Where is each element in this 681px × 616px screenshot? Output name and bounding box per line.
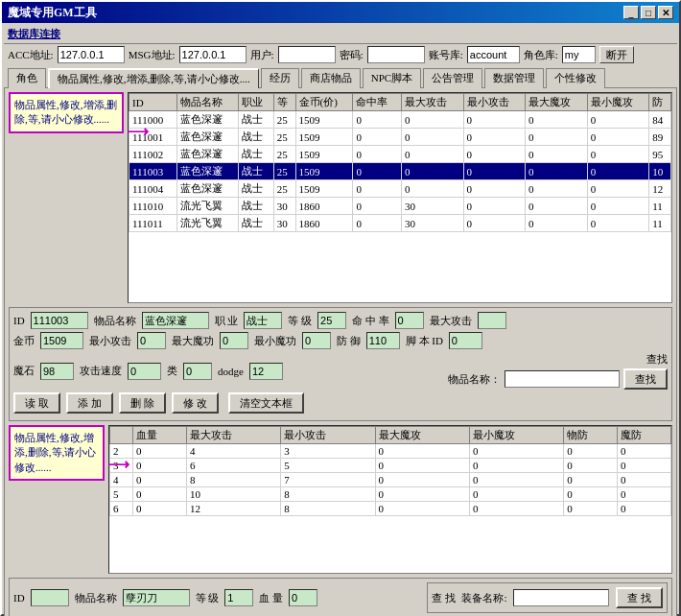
read-button-upper[interactable]: 读 取	[13, 392, 60, 414]
magic-stone-label: 魔石	[13, 364, 35, 378]
role-input[interactable]	[562, 46, 596, 63]
col-min-atk: 最小攻击	[463, 94, 526, 111]
acc-input[interactable]	[58, 46, 125, 63]
table-row[interactable]: 501080000	[110, 487, 671, 502]
atk-speed-label: 攻击速度	[80, 364, 122, 378]
gold-field[interactable]	[40, 332, 83, 349]
account-label: 账号库:	[429, 48, 463, 62]
table-row[interactable]: 20430000	[110, 444, 671, 459]
lf-equip-name-input[interactable]	[513, 589, 609, 606]
close-button[interactable]: ✕	[658, 6, 673, 19]
account-input[interactable]	[467, 46, 520, 63]
delete-button[interactable]: 删 除	[119, 392, 166, 414]
table-row[interactable]: 111001蓝色深邃战士2515090000089	[129, 129, 671, 146]
col-max-atk: 最大攻击	[402, 94, 464, 111]
lf-search-button[interactable]: 查 找	[616, 587, 663, 608]
lf-name-field[interactable]	[123, 589, 190, 606]
col-name: 物品名称	[176, 94, 239, 111]
role-label: 角色库:	[524, 48, 558, 62]
lf-id-field[interactable]	[31, 589, 69, 606]
max-magic-field[interactable]	[220, 332, 248, 349]
db-connect-bar: 数据库连接	[4, 25, 677, 44]
pwd-label: 密码:	[340, 48, 364, 62]
magic-stone-field[interactable]	[40, 363, 74, 380]
lcol-max-atk: 最大攻击	[186, 427, 280, 444]
min-atk-field[interactable]	[137, 332, 166, 349]
max-atk-field[interactable]	[478, 312, 506, 329]
main-area: 物品属性,修改,增添,删除,等,请小心修改...... ⟶ ID 物品名称 职业…	[4, 87, 677, 616]
tab-shop[interactable]: 商店物品	[301, 68, 361, 88]
class-field[interactable]	[183, 363, 212, 380]
tab-role[interactable]: 角色	[8, 68, 46, 88]
lower-table: 血量 最大攻击 最小攻击 最大魔攻 最小魔攻 物防 魔防 20430000306…	[109, 426, 671, 516]
upper-section: 物品属性,修改,增添,删除,等,请小心修改...... ⟶ ID 物品名称 职业…	[9, 92, 672, 303]
atk-speed-field[interactable]	[128, 363, 161, 380]
table-row[interactable]: 111011流光飞翼战士30186003000011	[129, 215, 671, 232]
table-row[interactable]: 111000蓝色深邃战士2515090000084	[129, 111, 671, 129]
lower-arrow-icon: ⟶	[107, 454, 129, 475]
min-magic-field[interactable]	[302, 332, 331, 349]
col-job: 职业	[239, 94, 274, 111]
window-title: 魔域专用GM工具	[8, 5, 97, 21]
table-row[interactable]: 111003蓝色深邃战士2515090000010	[129, 163, 671, 180]
dodge-label: dodge	[218, 366, 244, 377]
def-label: 防 御	[337, 334, 361, 348]
col-id: ID	[129, 94, 177, 111]
job-field[interactable]	[244, 312, 282, 329]
level-label: 等 级	[288, 314, 312, 328]
name-field[interactable]	[142, 312, 209, 329]
tab-announce[interactable]: 公告管理	[423, 68, 482, 88]
tab-item-prop[interactable]: 物品属性,修改,增添,删除,等,请小心修改....	[48, 68, 259, 88]
acc-prefix-label: ACC地址:	[8, 48, 54, 62]
upper-warning-box: 物品属性,修改,增添,删除,等,请小心修改...... ⟶	[9, 92, 124, 133]
modify-button-upper[interactable]: 修 改	[172, 392, 219, 414]
name-label: 物品名称	[94, 314, 136, 328]
table-row[interactable]: 601280000	[110, 502, 671, 516]
lf-name-label: 物品名称	[75, 591, 117, 605]
table-row[interactable]: 111004蓝色深邃战士2515090000012	[129, 180, 671, 198]
col-min-magic: 最小魔攻	[587, 94, 649, 111]
upper-table-container[interactable]: ID 物品名称 职业 等 金币(价) 命中率 最大攻击 最小攻击 最大魔攻 最小…	[128, 92, 672, 303]
search-name-label: 物品名称：	[448, 372, 501, 387]
col-gold: 金币(价)	[295, 94, 353, 111]
level-field[interactable]	[317, 312, 346, 329]
lower-table-container[interactable]: 血量 最大攻击 最小攻击 最大魔攻 最小魔攻 物防 魔防 20430000306…	[108, 425, 672, 574]
col-hit: 命中率	[353, 94, 402, 111]
max-atk-label-top: 最大攻击	[430, 314, 472, 328]
lower-search-area: 查 找 装备名称: 查 找	[427, 582, 668, 613]
table-row[interactable]: 111002蓝色深邃战士2515090000095	[129, 146, 671, 163]
tab-exp[interactable]: 经历	[261, 68, 299, 88]
lf-search-label: 查 找	[432, 592, 456, 604]
tab-npc[interactable]: NPC脚本	[363, 68, 421, 88]
add-button[interactable]: 添 加	[66, 392, 113, 414]
def-field[interactable]	[366, 332, 400, 349]
upper-warning-text: 物品属性,修改,增添,删除,等,请小心修改......	[14, 99, 117, 125]
disconnect-button[interactable]: 断开	[599, 46, 634, 63]
user-input[interactable]	[278, 46, 336, 63]
tab-personal[interactable]: 个性修改	[546, 68, 605, 88]
job-label: 职 业	[215, 314, 239, 328]
content-area: 数据库连接 ACC地址: MSG地址: 用户: 密码: 账号库: 角色库: 断开…	[2, 23, 679, 616]
minimize-button[interactable]: _	[623, 6, 639, 19]
lf-blood-field[interactable]	[289, 589, 317, 606]
tab-data[interactable]: 数据管理	[484, 68, 544, 88]
clear-button[interactable]: 清空文本框	[228, 392, 304, 414]
lcol-id	[110, 427, 133, 444]
dodge-field[interactable]	[249, 363, 283, 380]
search-button-upper[interactable]: 查找	[623, 368, 668, 390]
tabs-bar: 角色 物品属性,修改,增添,删除,等,请小心修改.... 经历 商店物品 NPC…	[4, 65, 677, 87]
lf-level-field[interactable]	[224, 589, 253, 606]
table-row[interactable]: 40870000	[110, 473, 671, 487]
pwd-input[interactable]	[367, 46, 425, 63]
table-row[interactable]: 111010流光飞翼战士30186003000011	[129, 198, 671, 215]
lcol-blood: 血量	[133, 427, 187, 444]
max-magic-label: 最大魔功	[172, 334, 214, 348]
maximize-button[interactable]: □	[641, 6, 656, 19]
hit-field[interactable]	[395, 312, 424, 329]
search-name-input[interactable]	[505, 370, 620, 388]
foot-field[interactable]	[449, 332, 482, 349]
main-window: 魔域专用GM工具 _ □ ✕ 数据库连接 ACC地址: MSG地址: 用户: 密…	[0, 0, 681, 616]
id-field[interactable]	[31, 312, 88, 329]
table-row[interactable]: 30650000	[110, 459, 671, 473]
msg-input[interactable]	[179, 46, 247, 63]
